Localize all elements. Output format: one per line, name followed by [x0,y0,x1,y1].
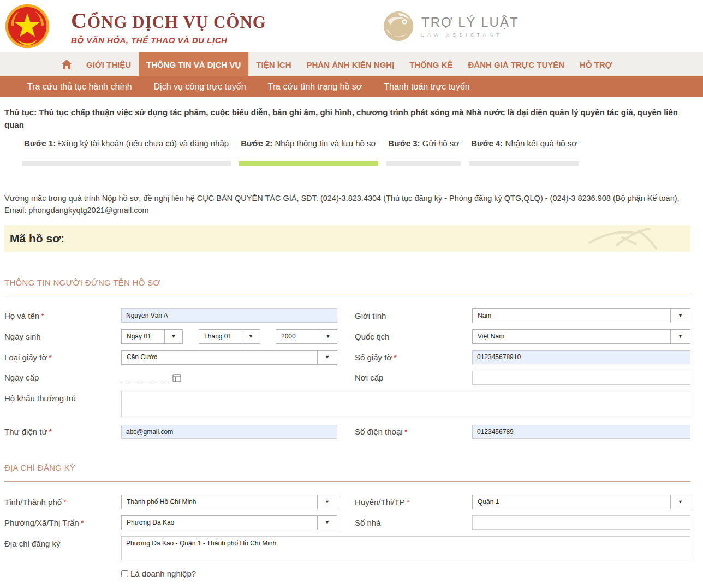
nationality-select[interactable]: Việt Nam ▼ [472,329,690,344]
dob-day-select[interactable]: Ngày 01 ▼ [121,329,183,344]
quill-watermark-icon [584,227,660,251]
doc-type-select[interactable]: Căn Cước ▼ [121,350,337,365]
site-title: CỔNG DỊCH VỤ CÔNG [71,8,266,33]
is-business-checkbox[interactable] [121,570,128,577]
nav-item-danh-gia-truc-tuyen[interactable]: ĐÁNH GIÁ TRỰC TUYẾN [461,52,573,76]
dob-year-select[interactable]: 2000 ▼ [276,329,337,344]
chevron-down-icon: ▼ [242,330,260,343]
ward-selected-value: Phường Đa Kao [122,516,317,530]
personal-info-section: THÔNG TIN NGƯỜI ĐỨNG TÊN HỒ SƠ Họ và tên… [4,278,690,439]
nav-item-ho-tro[interactable]: HỖ TRỢ [572,52,619,76]
dossier-code-band: Mã hồ sơ: [4,225,690,252]
form-row: Loại giấy tờ* Căn Cước ▼ Số giấy tờ* [4,350,690,365]
residence-textarea[interactable] [121,391,690,417]
step-3-label: Bước 3: Gửi hồ sơ [386,139,461,149]
partner-subtitle: LAW ASSISTANT [421,32,519,38]
partner-title: TRỢ LÝ LUẬT [421,15,519,30]
ward-label: Phường/Xã/Thị Trấn* [4,518,121,527]
issue-place-label: Nơi cấp [337,373,472,382]
nav-home-button[interactable] [55,52,79,76]
fullname-input[interactable] [121,308,337,323]
step-4-prefix: Bước 4: [471,139,503,148]
address-section: ĐỊA CHỈ ĐĂNG KÝ Tỉnh/Thành phố* Thành ph… [4,463,690,578]
district-select[interactable]: Quận 1 ▼ [472,495,690,509]
law-assistant-swirl-icon [382,10,415,43]
fullname-label: Họ và tên* [4,311,121,320]
step-4: Bước 4: Nhận kết quả hồ sơ [469,139,579,166]
full-address-textarea[interactable]: Phường Đa Kao - Quận 1 - Thành phố Hồ Ch… [121,536,690,560]
step-2: Bước 2: Nhập thông tin và lưu hồ sơ [239,139,378,166]
dob-month-select[interactable]: Tháng 01 ▼ [199,329,260,344]
nationality-label: Quốc tịch [337,332,472,341]
chevron-down-icon: ▼ [317,495,337,509]
dob-day-value: Ngày 01 [122,330,164,343]
form-row: Ngày cấp Nơi cấp [4,371,690,385]
step-3-prefix: Bước 3: [388,139,420,148]
nav-item-thong-ke[interactable]: THỐNG KÊ [402,52,460,76]
subnav-item-tra-cuu-tinh-trang[interactable]: Tra cứu tình trạng hồ sơ [257,82,373,92]
issue-place-input[interactable] [472,371,690,385]
step-1-prefix: Bước 1: [24,139,56,148]
subnav-item-thanh-toan[interactable]: Thanh toán trực tuyến [373,82,480,92]
business-checkbox-row: Là doanh nghiệp? [4,569,690,578]
nav-item-gioi-thieu[interactable]: GIỚI THIỆU [79,52,139,76]
district-selected-value: Quận 1 [473,495,670,509]
nav-item-thong-tin-va-dich-vu[interactable]: THÔNG TIN VÀ DỊCH VỤ [139,52,248,76]
step-3-text: Gửi hồ sơ [420,139,460,148]
subnav-item-dich-vu-cong[interactable]: Dịch vụ công trực tuyến [143,82,257,92]
chevron-down-icon: ▼ [319,330,337,343]
address-section-title: ĐỊA CHỈ ĐĂNG KÝ [4,463,690,472]
chevron-down-icon: ▼ [317,516,337,530]
site-brand: CỔNG DỊCH VỤ CÔNG BỘ VĂN HÓA, THỂ THAO V… [71,8,266,45]
step-3-progress-bar [386,161,461,166]
partner-logo: TRỢ LÝ LUẬT LAW ASSISTANT [382,10,519,43]
gender-select[interactable]: Nam ▼ [472,308,690,323]
personal-section-title: THÔNG TIN NGƯỜI ĐỨNG TÊN HỒ SƠ [4,278,690,287]
doc-type-label: Loại giấy tờ* [4,353,121,362]
dob-label: Ngày sinh [4,332,121,341]
subnav-item-tra-cuu-thu-tuc[interactable]: Tra cứu thủ tục hành chính [16,82,143,92]
step-3: Bước 3: Gửi hồ sơ [386,139,461,166]
step-1: Bước 1: Đăng ký tài khoản (nếu chưa có) … [22,139,231,166]
house-number-input[interactable] [472,515,690,530]
province-selected-value: Thành phố Hồ Chí Minh [122,495,317,509]
step-2-progress-bar [239,161,378,166]
form-row: Địa chỉ đăng ký Phường Đa Kao - Quận 1 -… [4,536,690,560]
chevron-down-icon: ▼ [164,330,182,343]
nationality-selected-value: Việt Nam [473,330,670,343]
step-2-prefix: Bước 2: [241,139,272,148]
email-label: Thư điện tử* [4,427,121,436]
form-row: Thư điện tử* Số điện thoại* [4,425,690,439]
progress-steps: Bước 1: Đăng ký tài khoản (nếu chưa có) … [4,139,690,166]
residence-label: Hộ khẩu thường trú [4,391,121,403]
chevron-down-icon: ▼ [317,351,337,364]
nav-item-tien-ich[interactable]: TIỆN ÍCH [248,52,299,76]
dob-month-value: Tháng 01 [199,330,242,343]
step-1-text: Đăng ký tài khoản (nếu chưa có) và đăng … [56,139,229,148]
chevron-down-icon: ▼ [670,309,690,323]
step-4-text: Nhận kết quả hồ sơ [503,139,577,148]
dob-group: Ngày 01 ▼ Tháng 01 ▼ 2000 ▼ [121,329,337,344]
issue-date-input[interactable] [121,373,168,382]
step-2-text: Nhập thông tin và lưu hồ sơ [272,139,376,148]
nav-item-phan-anh-kien-nghi[interactable]: PHẢN ÁNH KIẾN NGHỊ [299,52,402,76]
chevron-down-icon: ▼ [670,330,690,343]
vietnam-emblem-logo [4,3,50,49]
doc-number-label: Số giấy tờ* [337,353,472,362]
site-subtitle: BỘ VĂN HÓA, THỂ THAO VÀ DU LỊCH [71,35,266,45]
email-input[interactable] [121,425,337,439]
contact-notice: Vướng mắc trong quá trình Nộp hồ sơ, đề … [4,192,690,217]
phone-label: Số điện thoại* [337,427,472,436]
district-label: Huyện/Thị/TP* [337,497,472,507]
sub-navigation: Tra cứu thủ tục hành chính Dịch vụ công … [0,76,703,97]
province-select[interactable]: Thành phố Hồ Chí Minh ▼ [121,495,337,509]
ward-select[interactable]: Phường Đa Kao ▼ [121,515,337,530]
phone-input[interactable] [472,425,690,439]
issue-date-label: Ngày cấp [4,373,121,382]
doc-number-input[interactable] [472,350,690,364]
is-business-label: Là doanh nghiệp? [130,569,196,578]
form-row: Hộ khẩu thường trú [4,391,690,417]
step-4-progress-bar [469,161,579,166]
calendar-icon[interactable] [172,373,181,382]
form-row: Họ và tên* Giới tính Nam ▼ [4,308,690,323]
